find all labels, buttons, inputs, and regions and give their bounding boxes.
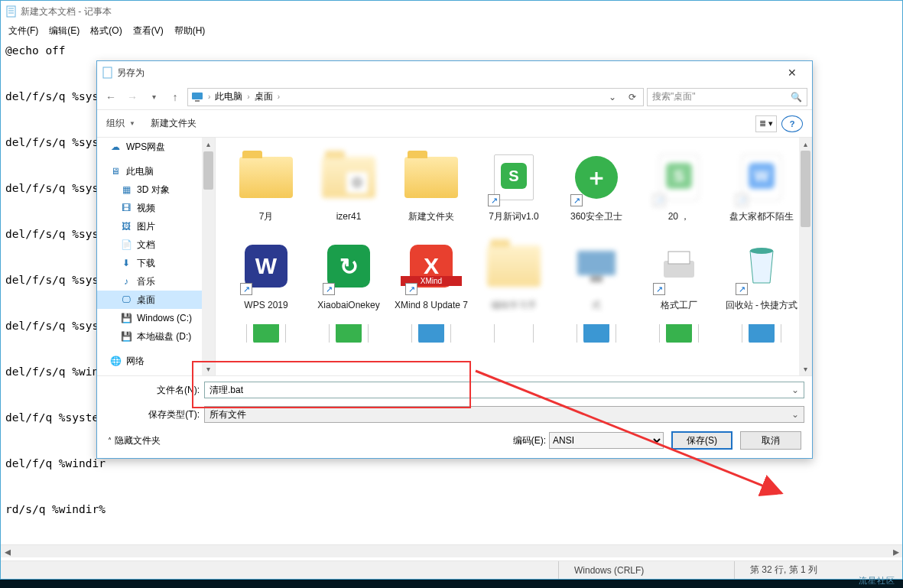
file-item[interactable] (473, 321, 555, 346)
sidebar-item-10[interactable]: 💾本地磁盘 (D:) (97, 327, 215, 346)
scroll-down-icon[interactable]: ▾ (202, 362, 215, 375)
file-item[interactable]: S↗20 ， (638, 144, 720, 232)
file-item[interactable]: ＋↗360安全卫士 (555, 144, 638, 232)
file-item[interactable]: 式 (555, 232, 638, 321)
menu-format[interactable]: 格式(O) (87, 24, 125, 37)
encoding-select[interactable]: ANSI (549, 432, 664, 449)
sidebar-item-2[interactable]: ▦3D 对象 (97, 180, 215, 199)
sidebar-item-9[interactable]: 💾Windows (C:) (97, 309, 215, 327)
file-item[interactable]: ↗格式工厂 (638, 232, 720, 321)
chevron-down-icon[interactable]: ▼ (129, 120, 135, 127)
shortcut-icon: ↗ (240, 283, 252, 295)
file-item[interactable]: ↻↗XiaobaiOnekey (307, 232, 390, 321)
notepad-icon (5, 5, 18, 18)
file-item[interactable]: ⚙izer41 (307, 144, 390, 232)
breadcrumb-pc[interactable]: 此电脑 (215, 90, 242, 103)
sidebar-item-label: 此电脑 (126, 165, 154, 178)
sidebar-item-6[interactable]: ⬇下载 (97, 254, 215, 272)
address-bar[interactable]: › 此电脑 › 桌面 › ⌄ ⟳ (187, 88, 644, 106)
menu-edit[interactable]: 编辑(E) (46, 24, 83, 37)
scroll-up-icon[interactable]: ▴ (202, 138, 215, 151)
dialog-bottom: 文件名(N): 清理.bat ⌄ 保存类型(T): 所有文件 ⌄ ˄ 隐藏文件夹… (97, 375, 812, 458)
shortcut-icon: ↗ (653, 194, 665, 206)
file-label: WPS 2019 (225, 300, 307, 321)
sidebar-scrollbar[interactable]: ▴ ▾ (202, 138, 215, 375)
organize-button[interactable]: 组织 (106, 117, 125, 130)
filename-input[interactable]: 清理.bat ⌄ (204, 382, 804, 398)
search-input[interactable]: 搜索"桌面" 🔍 (647, 88, 807, 106)
file-item[interactable]: 编辑学习手 (473, 232, 555, 321)
file-thumb: ⚙ (318, 147, 379, 208)
notepad-hscrollbar[interactable]: ◂ ▸ (1, 544, 902, 557)
file-item[interactable]: XXMind↗XMind 8 Update 7 (390, 232, 473, 321)
sidebar-item-1[interactable]: 🖥此电脑 (97, 162, 215, 180)
chevron-right-icon[interactable]: › (208, 93, 210, 101)
chevron-right-icon[interactable]: › (247, 93, 249, 101)
file-thumb: ↗ (648, 236, 710, 297)
sidebar-item-label: 音乐 (137, 275, 155, 288)
dialog-titlebar[interactable]: 另存为 ✕ (97, 61, 812, 84)
cancel-button[interactable]: 取消 (740, 431, 801, 450)
music-icon: ♪ (120, 275, 132, 288)
menu-view[interactable]: 查看(V) (130, 24, 167, 37)
file-thumb (235, 147, 297, 208)
view-mode-button[interactable]: ≣ ▾ (755, 115, 777, 132)
file-item[interactable]: S↗7月新词v1.0 (473, 144, 555, 232)
svg-rect-6 (195, 100, 200, 102)
filegrid-scrollbar[interactable]: ▴ ▾ (799, 138, 812, 375)
sidebar[interactable]: ▴ ▾ ☁WPS网盘🖥此电脑▦3D 对象🎞视频🖼图片📄文档⬇下载♪音乐🖵桌面💾W… (97, 138, 216, 375)
sidebar-item-4[interactable]: 🖼图片 (97, 217, 215, 236)
file-item[interactable]: 新建文件夹 (390, 144, 473, 232)
sidebar-item-8[interactable]: 🖵桌面 (97, 291, 215, 309)
file-item[interactable]: W↗盘大家都不陌生 (720, 144, 803, 232)
file-item[interactable]: 7月 (225, 144, 307, 232)
search-icon[interactable]: 🔍 (791, 92, 802, 102)
chevron-down-icon[interactable]: ⌄ (791, 409, 799, 420)
help-icon[interactable]: ? (781, 115, 803, 132)
close-button[interactable]: ✕ (777, 62, 807, 83)
svg-point-11 (750, 248, 773, 254)
file-grid[interactable]: ▴ ▾ 7月⚙izer41新建文件夹S↗7月新词v1.0＋↗360安全卫士S↗2… (216, 138, 812, 375)
scrollbar-thumb[interactable] (203, 151, 213, 190)
nav-up-icon[interactable]: ↑ (166, 88, 184, 106)
file-item[interactable] (390, 321, 473, 346)
file-item[interactable] (307, 321, 390, 346)
file-label: 7月新词v1.0 (473, 211, 555, 232)
file-item[interactable] (225, 321, 307, 346)
dialog-icon (102, 67, 114, 79)
hide-folders-button[interactable]: ˄ 隐藏文件夹 (108, 434, 161, 447)
sidebar-item-5[interactable]: 📄文档 (97, 236, 215, 254)
scroll-down-icon[interactable]: ▾ (799, 362, 812, 375)
sidebar-item-3[interactable]: 🎞视频 (97, 199, 215, 217)
notepad-menubar[interactable]: 文件(F) 编辑(E) 格式(O) 查看(V) 帮助(H) (1, 22, 902, 39)
save-button[interactable]: 保存(S) (671, 431, 732, 450)
scrollbar-thumb[interactable] (801, 151, 810, 227)
scroll-right-icon[interactable]: ▸ (889, 545, 902, 558)
refresh-icon[interactable]: ⟳ (625, 92, 640, 102)
nav-recent-icon[interactable]: ▾ (145, 88, 163, 106)
file-item[interactable]: W↗WPS 2019 (225, 232, 307, 321)
addr-dropdown-icon[interactable]: ⌄ (605, 92, 620, 102)
scroll-left-icon[interactable]: ◂ (1, 545, 14, 558)
sidebar-item-0[interactable]: ☁WPS网盘 (97, 138, 215, 156)
new-folder-button[interactable]: 新建文件夹 (151, 117, 197, 130)
shortcut-icon: ↗ (653, 283, 665, 295)
breadcrumb-desktop[interactable]: 桌面 (255, 90, 273, 103)
chevron-down-icon[interactable]: ⌄ (791, 385, 799, 395)
menu-file[interactable]: 文件(F) (5, 24, 41, 37)
filetype-value: 所有文件 (210, 408, 246, 421)
menu-help[interactable]: 帮助(H) (171, 24, 209, 37)
sidebar-item-11[interactable]: 🌐网络 (97, 352, 215, 370)
nav-back-icon[interactable]: ← (102, 88, 120, 106)
file-item[interactable]: ↗回收站 - 快捷方式 (720, 232, 803, 321)
chevron-right-icon[interactable]: › (278, 93, 280, 101)
file-label: 新建文件夹 (390, 211, 473, 232)
notepad-titlebar: 新建文本文档 - 记事本 (1, 1, 902, 22)
filetype-select[interactable]: 所有文件 ⌄ (204, 406, 804, 423)
scroll-up-icon[interactable]: ▴ (799, 138, 812, 151)
dialog-navbar: ← → ▾ ↑ › 此电脑 › 桌面 › ⌄ ⟳ 搜索"桌面" 🔍 (97, 84, 812, 110)
sidebar-item-7[interactable]: ♪音乐 (97, 272, 215, 291)
file-item[interactable] (638, 321, 720, 346)
file-item[interactable] (720, 321, 803, 346)
file-item[interactable] (555, 321, 638, 346)
